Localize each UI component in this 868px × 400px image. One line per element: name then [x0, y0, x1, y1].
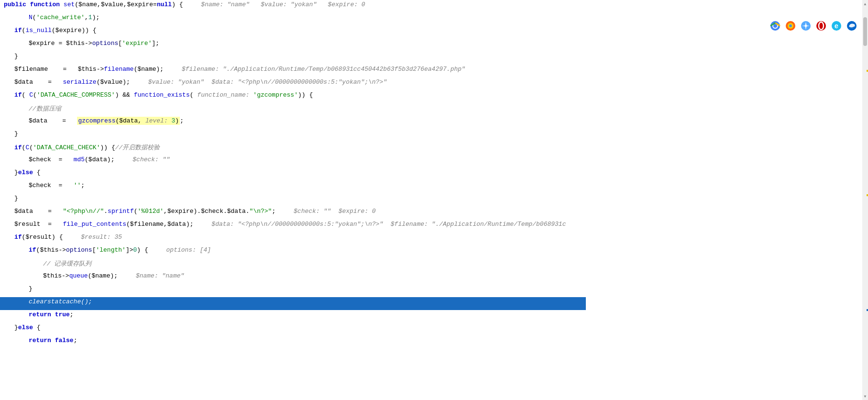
code-line: $check = ''; — [0, 181, 868, 194]
debug-hint: options: [4] — [166, 246, 211, 254]
chrome-icon[interactable] — [769, 19, 782, 33]
function-name: set — [64, 1, 75, 8]
vertical-scrollbar[interactable]: ▲ ▼ — [862, 0, 868, 400]
debug-hint: $check: "" $expire: 0 — [294, 208, 376, 215]
safari-icon[interactable] — [799, 19, 813, 33]
keyword: public — [4, 1, 30, 8]
code-line: // 记录缓存队列 — [0, 258, 868, 271]
edge-icon[interactable] — [845, 19, 858, 33]
yellow-highlight: gzcompress($data, level: 3) — [77, 117, 180, 125]
code-editor: public function set($name,$value,$expire… — [0, 0, 868, 400]
code-line: //数据压缩 — [0, 103, 868, 116]
code-line: $check = md5($data); $check: "" — [0, 155, 868, 168]
code-line: }else { — [0, 323, 868, 336]
browser-icons: e — [769, 19, 858, 33]
code-line-highlighted: clearstatcache(); — [0, 297, 586, 310]
code-line: return false; — [0, 336, 868, 349]
code-line: $expire = $this->options['expire']; — [0, 39, 868, 52]
code-line: N('cache_write',1); — [0, 13, 868, 26]
code-line: } — [0, 129, 868, 142]
code-line: if($result) { $result: 35 — [0, 233, 868, 245]
scrollbar-thumb[interactable] — [863, 17, 867, 46]
svg-text:e: e — [835, 22, 838, 30]
firefox-icon[interactable] — [784, 19, 797, 33]
code-lines: public function set($name,$value,$expire… — [0, 0, 868, 349]
code-line: if(C('DATA_CACHE_CHECK')) {//开启数据校验 — [0, 142, 868, 155]
code-line: if($this->options['length']>0) { options… — [0, 245, 868, 258]
code-line: $this->queue($name); $name: "name" — [0, 271, 868, 284]
code-line: $data = "<?php\n//".sprintf('%012d',$exp… — [0, 207, 868, 220]
code-line: $filename = $this->filename($name); $fil… — [0, 65, 868, 78]
code-line: $data = serialize($value); $value: "yoka… — [0, 78, 868, 90]
debug-hint: $result: 35 — [81, 233, 122, 241]
code-line: $data = gzcompress($data, level: 3); — [0, 116, 868, 129]
debug-hint: $filename: "./Application/Runtime/Temp/b… — [182, 66, 465, 73]
opera-icon[interactable] — [814, 19, 828, 33]
code-line: } — [0, 52, 868, 65]
code-line: } — [0, 194, 868, 207]
keyword-function: function — [30, 1, 64, 8]
code-line: } — [0, 284, 868, 297]
scrollbar-up-arrow[interactable]: ▲ — [862, 0, 868, 8]
code-line: if(is_null($expire)) { — [0, 26, 868, 39]
code-line: if( C('DATA_CACHE_COMPRESS') && function… — [0, 90, 868, 103]
code-line: public function set($name,$value,$expire… — [0, 0, 868, 13]
debug-hint: $name: "name" $value: "yokan" $expire: 0 — [201, 1, 365, 8]
debug-hint: $data: "<?php\n//000000000000s:5:"yokan"… — [211, 221, 566, 228]
scrollbar-track[interactable] — [862, 8, 868, 392]
ie-icon[interactable]: e — [830, 19, 843, 33]
main-container: public function set($name,$value,$expire… — [0, 0, 868, 400]
svg-point-5 — [789, 24, 792, 27]
debug-hint: $value: "yokan" $data: "<?php\n//0000000… — [148, 78, 387, 86]
code-line: $result = file_put_contents($filename,$d… — [0, 220, 868, 233]
debug-hint: $name: "name" — [136, 272, 184, 279]
debug-hint: $check: "" — [132, 156, 170, 163]
code-line: return true; — [0, 310, 868, 323]
code-line: }else { — [0, 168, 868, 181]
scrollbar-down-arrow[interactable]: ▼ — [862, 392, 868, 400]
svg-point-9 — [805, 25, 807, 27]
